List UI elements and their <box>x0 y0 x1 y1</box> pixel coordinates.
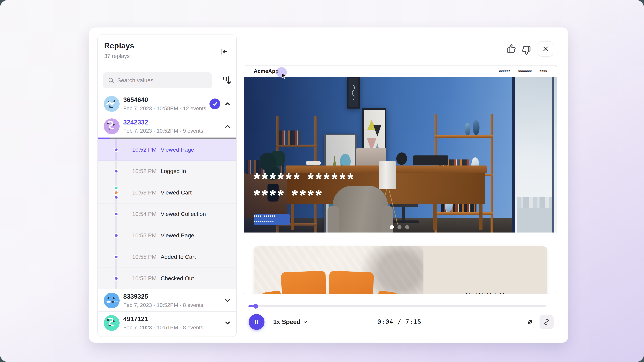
event-time: 10:54 PM <box>132 211 157 217</box>
playback-progress-fill <box>248 305 256 307</box>
event-time: 10:53 PM <box>132 189 157 196</box>
nav-link-redacted: ****** <box>499 69 510 74</box>
hero-headline-redacted: **** **** <box>254 186 324 204</box>
carousel-dots <box>390 225 409 229</box>
avatar <box>104 96 120 112</box>
event-time: 10:55 PM <box>132 254 157 260</box>
carousel-dot-active <box>390 225 394 229</box>
search-box[interactable] <box>103 72 212 88</box>
expand-icon[interactable] <box>525 318 534 327</box>
nav-link-redacted: ******* <box>518 69 532 74</box>
floor-lamp <box>379 161 396 189</box>
collapse-panel-icon[interactable] <box>219 47 228 56</box>
replay-id: 3654640 <box>123 96 148 104</box>
event-dot <box>114 169 118 173</box>
event-row[interactable]: 10:56 PM Checked Out <box>98 268 236 289</box>
pause-button[interactable] <box>249 314 264 330</box>
replays-count: 37 replays <box>104 53 130 59</box>
chevron-up-icon[interactable] <box>224 123 231 130</box>
replay-item[interactable]: 3242332 Feb 7, 2023 · 10:52PM · 9 events <box>98 115 236 138</box>
cursor-pointer-icon <box>282 73 287 79</box>
event-row[interactable]: 10:54 PM Viewed Collection <box>98 203 236 225</box>
event-row[interactable]: 10:52 PM Logged In <box>98 161 236 182</box>
desk-dish <box>306 161 321 165</box>
speed-label: 1x Speed <box>273 319 300 326</box>
event-label: Viewed Page <box>161 232 194 239</box>
carousel-dot <box>398 225 402 229</box>
event-time: 10:56 PM <box>132 275 157 282</box>
event-dot <box>114 212 118 216</box>
replay-meta: Feb 7, 2023 · 10:51PM · 8 events <box>123 325 203 331</box>
page-title: Replays <box>104 41 134 50</box>
replay-item[interactable]: 8339325 Feb 7, 2023 · 10:52PM · 8 events <box>98 289 236 312</box>
replay-viewport: AcmeApp ****** ******* **** <box>244 65 557 294</box>
event-label: Added to Cart <box>161 254 196 260</box>
speed-selector[interactable]: 1x Speed <box>273 318 308 326</box>
avatar <box>104 293 120 308</box>
event-label: Viewed Page <box>161 146 194 153</box>
avatar <box>104 118 120 134</box>
playback-progress-track[interactable] <box>248 305 546 307</box>
chevron-down-icon <box>303 320 308 325</box>
copy-link-button[interactable] <box>540 315 554 329</box>
replay-modal: Replays 37 replays <box>89 27 568 343</box>
session-progress-fill <box>98 138 110 139</box>
event-row[interactable]: 10:53 PM Viewed Cart <box>98 182 236 203</box>
event-row[interactable]: 10:55 PM Viewed Page <box>98 225 236 246</box>
event-row[interactable]: 10:55 PM Added to Cart <box>98 246 236 268</box>
thumbs-up-icon[interactable] <box>506 43 517 54</box>
orange-sofa <box>263 272 396 294</box>
event-label: Checked Out <box>161 275 194 282</box>
search-icon <box>108 77 114 83</box>
replay-meta: Feb 7, 2023 · 10:58PM · 12 events <box>123 105 206 112</box>
event-row[interactable]: 10:52 PM Viewed Page <box>98 139 236 161</box>
replay-item[interactable]: 4917121 Feb 7, 2023 · 10:51PM · 8 events <box>98 312 236 334</box>
sort-descending-icon[interactable] <box>221 74 232 86</box>
close-icon <box>542 46 549 52</box>
event-label: Logged In <box>161 168 186 174</box>
event-label: Viewed Collection <box>161 211 206 217</box>
chevron-down-icon[interactable] <box>224 297 231 304</box>
thumbs-down-icon[interactable] <box>521 45 532 56</box>
replay-meta: Feb 7, 2023 · 10:52PM · 8 events <box>123 302 203 308</box>
sidebar-header: Replays 37 replays <box>98 35 236 68</box>
chevron-down-icon[interactable] <box>224 319 231 327</box>
replayed-site-navbar: AcmeApp ****** ******* **** <box>244 65 556 77</box>
selected-check-badge <box>210 99 220 109</box>
hero-headline-redacted: ****** ****** <box>254 170 355 188</box>
avatar <box>104 315 120 331</box>
product-card-panel: *** ****** **** <box>424 246 547 294</box>
search-input[interactable] <box>117 77 204 84</box>
hero-cta-button: **** ****** ********** <box>254 214 290 225</box>
replays-sidebar: Replays 37 replays <box>98 34 237 337</box>
close-button[interactable] <box>538 41 553 57</box>
replay-id: 3242332 <box>123 119 148 126</box>
replay-item[interactable]: 3654640 Feb 7, 2023 · 10:58PM · 12 event… <box>98 93 236 115</box>
event-dot <box>114 233 118 238</box>
replay-id: 4917121 <box>123 315 148 323</box>
event-time: 10:55 PM <box>132 232 157 239</box>
replayed-content-section: *** ****** **** <box>244 232 557 294</box>
event-dot <box>114 276 118 281</box>
pause-icon <box>254 319 260 325</box>
chevron-up-icon[interactable] <box>224 100 231 108</box>
event-dot <box>114 148 118 152</box>
replayed-nav-links: ****** ******* **** <box>499 69 547 74</box>
search-row <box>98 68 236 93</box>
event-label: Viewed Cart <box>161 189 192 196</box>
session-progress-bar <box>98 138 236 139</box>
replayed-hero-image: ****** ****** **** **** **** ****** ****… <box>244 77 557 232</box>
product-caption-redacted: *** ****** **** <box>466 292 505 294</box>
carousel-dot <box>405 225 409 229</box>
desk-tray <box>413 156 448 165</box>
event-dot-orange <box>114 190 118 195</box>
armchair <box>328 185 393 232</box>
event-time: 10:52 PM <box>132 146 157 153</box>
product-card: *** ****** **** <box>254 246 547 294</box>
event-time: 10:52 PM <box>132 168 157 174</box>
nav-link-redacted: **** <box>540 69 547 74</box>
playback-time: 0:04 / 7:15 <box>351 318 448 326</box>
replayed-site-logo: AcmeApp <box>254 68 278 74</box>
playback-scrubber-handle[interactable] <box>254 304 258 309</box>
replay-id: 8339325 <box>123 293 148 300</box>
